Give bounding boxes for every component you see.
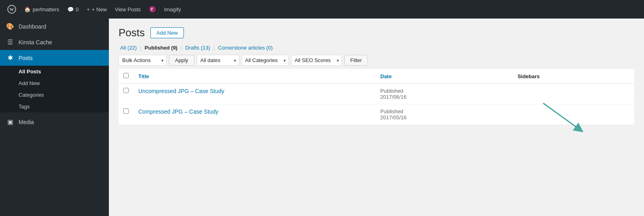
sidebar-item-posts-label: Posts (19, 55, 33, 61)
categories-select[interactable]: All Categories Case Studies (242, 55, 289, 66)
add-new-label: Add New (19, 80, 40, 86)
categories-wrapper: All Categories Case Studies (242, 55, 289, 66)
table-header-row: Title Date Sidebars (119, 69, 634, 84)
dates-select[interactable]: All dates March 2018 (197, 55, 239, 66)
sidebar-item-kinsta-label: Kinsta Cache (19, 39, 52, 46)
sidebar-subitem-add-new[interactable]: Add New (0, 77, 109, 89)
comment-count: 0 (76, 6, 79, 12)
adminbar-wp-logo[interactable]: W (3, 0, 20, 19)
main-content: Posts Add New All (22) | Published (9) |… (109, 19, 644, 216)
new-label: + (87, 6, 90, 12)
seo-scores-wrapper: All SEO Scores Good OK Bad (291, 55, 342, 66)
col-header-checkbox (119, 69, 133, 84)
kinsta-icon: ☰ (6, 38, 15, 46)
row1-checkbox[interactable] (123, 88, 129, 93)
adminbar-yoast[interactable]: Y (145, 0, 160, 19)
sidebars-header-label: Sidebars (517, 73, 540, 79)
layout: 🎨 Dashboard ☰ Kinsta Cache ✱ Posts All P… (0, 19, 644, 216)
sidebar-item-posts[interactable]: ✱ Posts (0, 50, 109, 66)
row2-checkbox[interactable] (123, 108, 129, 114)
posts-table: Title Date Sidebars Un (119, 69, 634, 125)
tab-all[interactable]: All (22) (119, 45, 138, 51)
seo-scores-select[interactable]: All SEO Scores Good OK Bad (291, 55, 342, 66)
row1-sidebars-cell (513, 84, 634, 104)
sidebar-item-media-label: Media (19, 119, 34, 125)
page-title: Posts (119, 27, 145, 39)
row2-title-cell: Compressed JPG – Case Study (133, 104, 375, 125)
col-header-title[interactable]: Title (133, 69, 375, 84)
sidebar-subitem-categories[interactable]: Categories (0, 89, 109, 101)
adminbar-imagify[interactable]: Imagify (160, 0, 185, 19)
sidebar-item-kinsta-cache[interactable]: ☰ Kinsta Cache (0, 34, 109, 50)
row2-checkbox-cell (119, 104, 133, 125)
sidebar: 🎨 Dashboard ☰ Kinsta Cache ✱ Posts All P… (0, 19, 109, 216)
adminbar-comments[interactable]: 💬 0 (63, 0, 83, 19)
categories-label: Categories (19, 92, 44, 98)
row1-title-cell: Uncompressed JPG – Case Study (133, 84, 375, 104)
media-icon: ▣ (6, 118, 15, 126)
row1-date-cell: Published 2017/06/16 (375, 84, 513, 104)
imagify-label: Imagify (164, 6, 181, 12)
table-row: Uncompressed JPG – Case Study Published … (119, 84, 634, 104)
adminbar-site-name[interactable]: 🏠 perfmatters (20, 0, 63, 19)
tab-published[interactable]: Published (9) (143, 45, 179, 51)
tab-drafts[interactable]: Drafts (13) (184, 45, 212, 51)
row2-date-status: Published (380, 108, 508, 114)
title-header-label: Title (138, 73, 149, 79)
sep1: | (140, 45, 141, 51)
dashboard-icon: 🎨 (6, 23, 15, 30)
sidebar-item-dashboard[interactable]: 🎨 Dashboard (0, 19, 109, 34)
tags-label: Tags (19, 104, 29, 110)
home-icon: 🏠 (24, 6, 31, 12)
posts-icon: ✱ (6, 54, 15, 62)
filter-button[interactable]: Filter (344, 55, 368, 66)
sep2: | (181, 45, 182, 51)
row1-title-link[interactable]: Uncompressed JPG – Case Study (138, 88, 224, 94)
table-row: Compressed JPG – Case Study Published 20… (119, 104, 634, 125)
row2-date-cell: Published 2017/05/16 (375, 104, 513, 125)
page-header: Posts Add New (119, 27, 634, 39)
sep3: | (213, 45, 215, 51)
row2-date-val: 2017/05/16 (380, 114, 508, 120)
adminbar-view-posts[interactable]: View Posts (111, 0, 145, 19)
toolbar-row: Bulk Actions Edit Move to Trash Apply Al… (119, 55, 634, 66)
row1-date-val: 2017/06/16 (380, 94, 508, 100)
sidebar-subitem-tags[interactable]: Tags (0, 101, 109, 112)
select-all-checkbox[interactable] (123, 73, 129, 78)
row1-date-status: Published (380, 88, 508, 94)
dates-wrapper: All dates March 2018 (197, 55, 239, 66)
all-posts-label: All Posts (19, 69, 41, 75)
sidebar-item-media[interactable]: ▣ Media (0, 114, 109, 130)
col-header-sidebars: Sidebars (513, 69, 634, 84)
tab-cornerstone[interactable]: Cornerstone articles (0) (216, 45, 274, 51)
comment-icon: 💬 (67, 6, 74, 12)
sidebar-subitem-all-posts[interactable]: All Posts (0, 66, 109, 77)
view-posts-label: View Posts (115, 6, 141, 12)
bulk-actions-select[interactable]: Bulk Actions Edit Move to Trash (119, 55, 167, 66)
row2-sidebars-cell (513, 104, 634, 125)
bulk-actions-wrapper: Bulk Actions Edit Move to Trash (119, 55, 167, 66)
svg-text:W: W (10, 7, 14, 12)
date-header-label: Date (380, 73, 392, 79)
site-name-label: perfmatters (33, 6, 59, 12)
row1-checkbox-cell (119, 84, 133, 104)
filter-tabs: All (22) | Published (9) | Drafts (13) |… (119, 45, 634, 51)
apply-button[interactable]: Apply (169, 55, 194, 66)
add-new-button[interactable]: Add New (150, 27, 184, 38)
sidebar-item-dashboard-label: Dashboard (19, 23, 46, 30)
svg-text:Y: Y (150, 7, 153, 12)
adminbar-new[interactable]: + + New (83, 0, 111, 19)
sidebar-submenu: All Posts Add New Categories Tags (0, 66, 109, 112)
admin-bar: W 🏠 perfmatters 💬 0 + + New View Posts Y… (0, 0, 644, 19)
row2-title-link[interactable]: Compressed JPG – Case Study (138, 108, 218, 115)
col-header-date[interactable]: Date (375, 69, 513, 84)
